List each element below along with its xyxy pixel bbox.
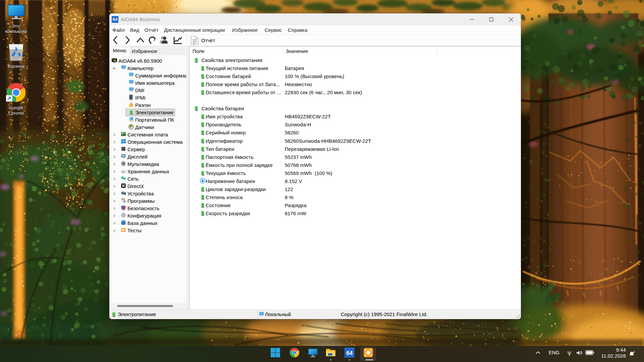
- svg-text:z: z: [634, 351, 635, 353]
- svg-text:64: 64: [346, 350, 353, 356]
- svg-text:Отчёт: Отчёт: [201, 38, 215, 43]
